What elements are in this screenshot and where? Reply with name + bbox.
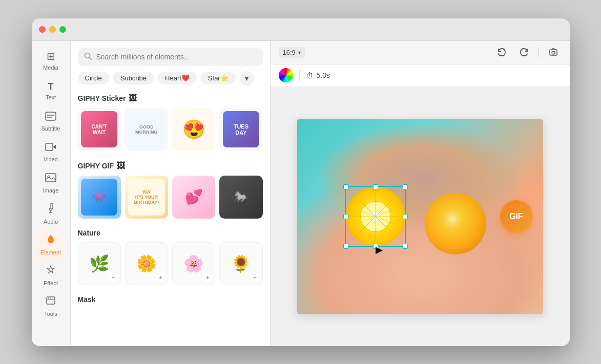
canvas-toolbar: 16:9 ▾ (271, 41, 570, 65)
canvas-area: 16:9 ▾ (271, 41, 570, 346)
giphy-gif-grid: 👾 YAYIT'S YOURBIRTHDAY! 💕 (78, 176, 263, 219)
svg-marker-9 (47, 266, 54, 273)
gif-badge: GIF (500, 200, 533, 233)
title-bar (32, 18, 570, 41)
gif-badge-label: GIF (509, 212, 523, 221)
svg-point-13 (50, 298, 51, 299)
sidebar-item-effect-label: Effect (44, 280, 58, 286)
tools-icon (45, 295, 56, 309)
section-nature-title: Nature (78, 229, 263, 237)
ratio-selector[interactable]: 16:9 ▾ (279, 47, 305, 58)
section-giphy-sticker-title: GIPHY Sticker 🖼 (78, 94, 263, 103)
canvas-viewport[interactable]: ▶ GIF (271, 87, 570, 346)
gif-pink[interactable]: 💕 (172, 176, 215, 219)
giphy-sticker-grid: CAN'TWAIT GOODMORNING 😍 (78, 108, 263, 151)
nature-wreath[interactable]: 🌿 + (78, 242, 121, 285)
elements-scroll: GIPHY Sticker 🖼 CAN'TWAIT GOODMORNING (71, 92, 270, 346)
flower3-icon: 🌻 (231, 254, 251, 273)
app-body: ⊞ Media T Text Subtitle (32, 41, 570, 346)
svg-line-15 (89, 57, 91, 59)
sidebar-item-audio-label: Audio (44, 219, 58, 225)
sticker-cant-wait[interactable]: CAN'TWAIT (78, 108, 121, 151)
wreath-icon: 🌿 (89, 254, 110, 273)
sidebar-item-subtitle[interactable]: Subtitle (35, 108, 66, 136)
color-wheel[interactable] (279, 68, 293, 82)
ratio-chevron-icon: ▾ (298, 50, 301, 55)
add-flower2-button[interactable]: + (202, 272, 213, 283)
search-icon (84, 52, 92, 62)
add-wreath-button[interactable]: + (108, 272, 118, 283)
add-flower1-button[interactable]: + (155, 272, 165, 283)
close-button[interactable] (39, 26, 46, 33)
sidebar-item-tools[interactable]: Tools (35, 292, 66, 320)
sidebar-item-subtitle-label: Subtitle (42, 125, 60, 132)
svg-marker-4 (53, 145, 56, 149)
snapshot-button[interactable] (545, 44, 562, 60)
sidebar-item-text-label: Text (46, 94, 56, 100)
video-icon (45, 142, 56, 154)
media-icon: ⊞ (47, 50, 55, 62)
sidebar-item-image-label: Image (43, 187, 59, 194)
sidebar-item-element-label: Element (40, 249, 61, 255)
nature-grid: 🌿 + 🌼 + 🌸 + 🌻 + (78, 242, 263, 285)
nature-flower2[interactable]: 🌸 + (172, 242, 215, 285)
handle-top-left[interactable] (343, 184, 348, 189)
add-flower3-button[interactable]: + (250, 272, 260, 283)
gif-dark[interactable]: 🐎 (219, 176, 262, 219)
gif-monster[interactable]: 👾 (78, 176, 121, 219)
flower1-icon: 🌼 (136, 254, 157, 273)
handle-mid-left[interactable] (343, 214, 348, 219)
sidebar-item-media[interactable]: ⊞ Media (35, 46, 66, 75)
sticker-emoji-hearts[interactable]: 😍 (172, 108, 215, 151)
tag-heart[interactable]: Heart❤️ (158, 72, 197, 84)
sidebar-item-image[interactable]: Image (35, 169, 66, 198)
svg-rect-5 (46, 174, 56, 182)
search-input-wrapper[interactable] (78, 48, 263, 66)
handle-bottom-left[interactable] (343, 244, 348, 249)
tags-row: Circle Subcribe Heart❤️ Star⭐ ▾ (71, 71, 270, 92)
search-input[interactable] (96, 53, 257, 61)
sticker-good-morning[interactable]: GOODMORNING (125, 108, 168, 151)
tag-circle[interactable]: Circle (78, 72, 109, 84)
tag-star[interactable]: Star⭐ (201, 72, 236, 84)
image-icon (45, 173, 56, 185)
app-window: ⊞ Media T Text Subtitle (32, 18, 570, 346)
gif-birthday[interactable]: YAYIT'S YOURBIRTHDAY! (125, 176, 168, 219)
sidebar-item-audio[interactable]: Audio (35, 200, 66, 228)
sidebar-item-text[interactable]: T Text (35, 77, 66, 105)
cursor-indicator: ▶ (376, 244, 383, 255)
tags-more-button[interactable]: ▾ (240, 71, 254, 85)
handle-bottom-right[interactable] (403, 244, 408, 249)
search-bar (71, 41, 270, 71)
svg-point-17 (552, 51, 555, 54)
redo-button[interactable] (516, 44, 532, 60)
orange-slice-right (425, 193, 486, 254)
maximize-button[interactable] (59, 26, 66, 33)
time-value: 5.0s (317, 71, 330, 79)
handle-top-right[interactable] (403, 184, 408, 189)
timeline-divider (299, 69, 300, 81)
selected-element[interactable]: ▶ (345, 186, 406, 247)
sidebar-item-video[interactable]: Video (35, 138, 66, 167)
handle-mid-right[interactable] (403, 214, 408, 219)
sticker-tuesday[interactable]: TUESDAY (219, 108, 262, 151)
sidebar-nav: ⊞ Media T Text Subtitle (32, 41, 71, 346)
subtitle-icon (45, 112, 56, 123)
sidebar-item-element[interactable]: Element (35, 230, 66, 259)
time-icon: ⏱ (306, 71, 314, 80)
minimize-button[interactable] (49, 26, 56, 33)
sidebar-item-video-label: Video (44, 156, 58, 162)
toolbar-divider (538, 47, 539, 57)
text-icon: T (48, 81, 54, 92)
flower2-icon: 🌸 (183, 254, 204, 273)
tag-subscribe[interactable]: Subcribe (113, 72, 154, 84)
element-icon (45, 233, 56, 247)
handle-top-center[interactable] (373, 184, 378, 189)
sidebar-item-media-label: Media (43, 65, 58, 71)
heart-emoji: 😍 (182, 119, 205, 140)
sidebar-item-effect[interactable]: Effect (35, 261, 66, 290)
nature-flower1[interactable]: 🌼 + (125, 242, 168, 285)
svg-rect-0 (46, 112, 56, 120)
nature-flower3[interactable]: 🌻 + (219, 242, 262, 285)
undo-button[interactable] (493, 44, 510, 60)
